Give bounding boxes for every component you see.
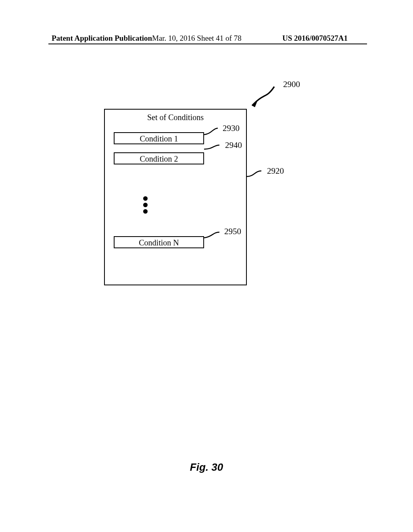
ellipsis-dot xyxy=(143,209,148,214)
ref-2940: 2940 xyxy=(225,140,242,150)
ref-2900: 2900 xyxy=(283,79,300,89)
set-of-conditions-title: Set of Conditions xyxy=(104,113,247,122)
ellipsis-dot xyxy=(143,203,148,207)
ellipsis-dot xyxy=(143,196,148,201)
ref-2950: 2950 xyxy=(224,227,241,237)
ref-2930: 2930 xyxy=(223,123,240,133)
diagram-canvas: Set of Conditions Condition 1 Condition … xyxy=(0,0,413,532)
condition-n-box: Condition N xyxy=(114,236,204,248)
figure-caption: Fig. 30 xyxy=(0,461,413,474)
ref-2920: 2920 xyxy=(267,166,284,176)
patent-page: Patent Application Publication Mar. 10, … xyxy=(0,0,413,532)
condition-2-box: Condition 2 xyxy=(114,152,204,164)
condition-1-box: Condition 1 xyxy=(114,132,204,144)
